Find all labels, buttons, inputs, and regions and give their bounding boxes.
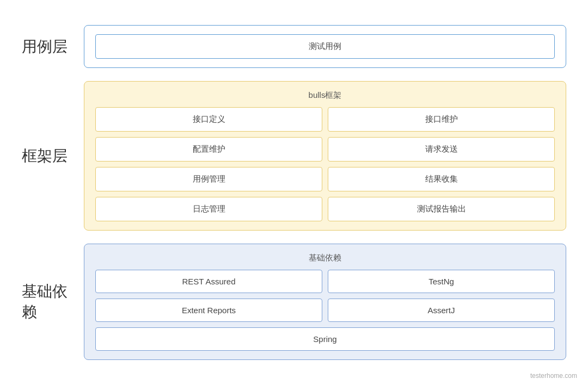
base-layer-row: 基础依赖 基础依赖 REST Assured TestNg Extent Rep… (22, 244, 566, 360)
architecture-diagram: 用例层 测试用例 框架层 bulls框架 接口定义 接口维护 配置维护 请求发送… (22, 14, 566, 371)
framework-cell-5: 结果收集 (328, 167, 555, 191)
framework-cell-7: 测试报告输出 (328, 197, 555, 221)
base-label: 基础依赖 (22, 281, 71, 322)
framework-box: bulls框架 接口定义 接口维护 配置维护 请求发送 用例管理 结果收集 日志… (84, 81, 566, 231)
base-cell-3: AssertJ (328, 299, 555, 322)
use-case-label: 用例层 (22, 36, 71, 57)
watermark: testerhome.com (530, 372, 577, 380)
base-cell-full: Spring (95, 327, 555, 351)
framework-cell-3: 请求发送 (328, 137, 555, 162)
base-cell-0: REST Assured (95, 270, 322, 293)
use-case-layer-row: 用例层 测试用例 (22, 25, 566, 68)
framework-cell-0: 接口定义 (95, 107, 322, 132)
framework-cell-2: 配置维护 (95, 137, 322, 162)
framework-grid: 接口定义 接口维护 配置维护 请求发送 用例管理 结果收集 日志管理 测试报告输… (95, 107, 555, 221)
framework-label: 框架层 (22, 146, 71, 166)
framework-cell-1: 接口维护 (328, 107, 555, 132)
base-cell-1: TestNg (328, 270, 555, 293)
framework-title: bulls框架 (95, 90, 555, 101)
framework-cell-6: 日志管理 (95, 197, 322, 221)
base-title: 基础依赖 (95, 253, 555, 263)
base-cell-2: Extent Reports (95, 299, 322, 322)
base-grid: REST Assured TestNg Extent Reports Asser… (95, 270, 555, 351)
use-case-cell: 测试用例 (95, 34, 555, 59)
base-box: 基础依赖 REST Assured TestNg Extent Reports … (84, 244, 566, 360)
framework-layer-row: 框架层 bulls框架 接口定义 接口维护 配置维护 请求发送 用例管理 结果收… (22, 81, 566, 231)
framework-cell-4: 用例管理 (95, 167, 322, 191)
use-case-box: 测试用例 (84, 25, 566, 68)
